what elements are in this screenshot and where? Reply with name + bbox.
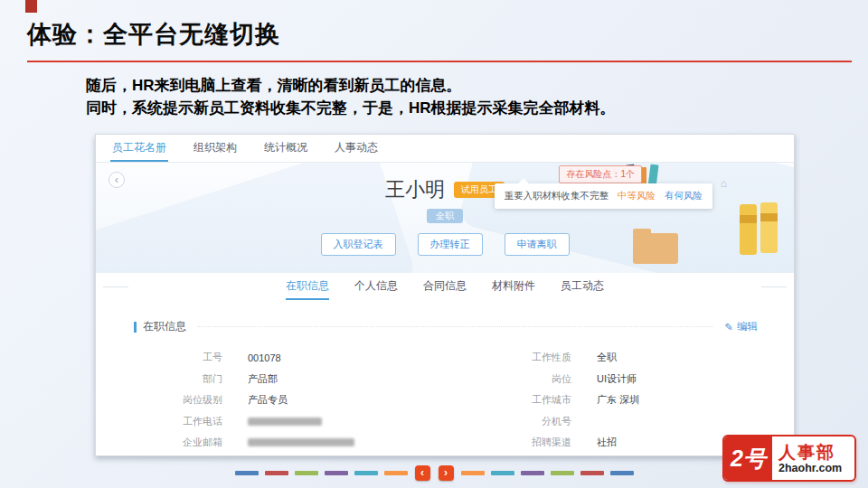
nav-tab-hr-activity[interactable]: 人事动态 xyxy=(333,135,380,162)
pager-dash xyxy=(384,471,408,475)
field-label: 岗位级别 xyxy=(96,393,222,407)
presentation-slide: 体验：全平台无缝切换 随后，HR来到电脑上查看，清晰的看到新员工的信息。 同时，… xyxy=(0,0,868,488)
tab-employee-activity[interactable]: 员工动态 xyxy=(561,273,604,300)
tab-personal-info[interactable]: 个人信息 xyxy=(354,273,398,300)
section-header: 在职信息 ✎ 编辑 xyxy=(134,319,758,334)
pager-dash xyxy=(325,471,348,475)
field-label: 企业邮箱 xyxy=(96,436,222,449)
risk-level-label: 中等风险 xyxy=(618,190,656,202)
field-value: 产品部 xyxy=(248,372,278,386)
edit-button[interactable]: ✎ 编辑 xyxy=(724,320,758,333)
body-line-1: 随后，HR来到电脑上查看，清晰的看到新员工的信息。 xyxy=(86,74,616,97)
pager-dash xyxy=(461,471,485,475)
employee-actions: 入职登记表 办理转正 申请离职 xyxy=(96,233,794,256)
logo-name: 人事部 xyxy=(778,443,854,462)
logo-badge: 2号 xyxy=(724,436,772,480)
field-label: 工作城市 xyxy=(445,393,571,407)
form-row: 工号 001078 xyxy=(96,347,445,369)
field-label: 工号 xyxy=(96,351,222,364)
employee-detail-tabs: 在职信息 个人信息 合同信息 材料附件 员工动态 xyxy=(96,273,794,300)
edit-icon: ✎ xyxy=(724,321,733,333)
section-title: 在职信息 xyxy=(143,319,186,334)
pager-dash xyxy=(265,471,288,475)
field-label: 岗位 xyxy=(445,372,571,386)
tab-material-attachments[interactable]: 材料附件 xyxy=(492,273,535,300)
pager-dash xyxy=(491,471,514,475)
tab-contract-info[interactable]: 合同信息 xyxy=(423,273,467,300)
slide-title: 体验：全平台无缝切换 xyxy=(27,18,280,51)
confirm-employment-button[interactable]: 办理转正 xyxy=(418,233,483,256)
risk-count-badge[interactable]: 存在风险点：1个 xyxy=(559,165,642,183)
edit-label: 编辑 xyxy=(737,320,758,333)
form-column-left: 工号 001078 部门 产品部 岗位级别 产品专员 工作电话 企业邮箱 xyxy=(96,347,445,454)
form-row: 工作城市 广东 深圳 xyxy=(445,389,794,411)
form-row: 岗位级别 产品专员 xyxy=(96,389,445,411)
form-row: 工作性质 全职 xyxy=(445,347,794,369)
pager-dash xyxy=(235,471,259,475)
pager-dash xyxy=(295,471,318,475)
pager-dash xyxy=(580,471,604,475)
logo-text-block: 人事部 2haohr.com xyxy=(772,436,854,480)
field-label: 工作性质 xyxy=(445,351,571,364)
home-icon: ⌂ xyxy=(721,177,727,190)
dotted-divider xyxy=(197,326,713,327)
employee-banner: ‹ ⌂ 王小明 试用员工 全职 入职登记表 办理转正 申请离职 存在风险点：1个… xyxy=(96,163,794,273)
form-row: 部门 产品部 xyxy=(96,369,445,390)
pager-dash xyxy=(354,471,378,475)
nav-tab-statistics[interactable]: 统计概况 xyxy=(262,135,309,162)
corner-accent-bar xyxy=(25,0,37,13)
pager-dash xyxy=(551,471,574,475)
nav-tab-employee-roster[interactable]: 员工花名册 xyxy=(110,135,168,162)
divider-line xyxy=(761,286,787,287)
section-accent-bar xyxy=(134,322,137,333)
field-label: 招聘渠道 xyxy=(445,436,571,449)
hr-app-screenshot: 员工花名册 组织架构 统计概况 人事动态 ‹ ⌂ 王小明 试用员工 xyxy=(95,134,795,456)
risk-detail-link[interactable]: 有何风险 xyxy=(665,190,703,202)
field-label: 部门 xyxy=(96,372,222,386)
employment-info-form: 工号 001078 部门 产品部 岗位级别 产品专员 工作电话 企业邮箱 xyxy=(96,347,794,454)
tab-employment-info[interactable]: 在职信息 xyxy=(286,273,329,300)
pager-dash xyxy=(521,471,544,475)
back-button[interactable]: ‹ xyxy=(108,172,125,188)
pager-dash xyxy=(610,471,634,475)
field-label: 工作电话 xyxy=(96,415,222,428)
company-logo: 2号 人事部 2haohr.com xyxy=(722,435,856,482)
previous-slide-button[interactable]: ‹ xyxy=(415,465,430,481)
next-slide-button[interactable]: › xyxy=(439,465,454,481)
field-label: 分机号 xyxy=(445,415,571,428)
title-divider xyxy=(27,61,852,62)
onboarding-form-button[interactable]: 入职登记表 xyxy=(321,233,396,256)
field-value: 产品专员 xyxy=(248,393,288,407)
field-value: 全职 xyxy=(597,351,617,364)
form-row: 分机号 xyxy=(445,411,794,433)
field-value: 社招 xyxy=(597,436,617,449)
slide-body-text: 随后，HR来到电脑上查看，清晰的看到新员工的信息。 同时，系统提示新员工资料收集… xyxy=(86,74,616,119)
divider-line xyxy=(103,286,128,287)
resignation-button[interactable]: 申请离职 xyxy=(505,233,570,256)
nav-tab-org-structure[interactable]: 组织架构 xyxy=(192,135,239,162)
field-value: 001078 xyxy=(248,352,281,363)
form-row: 工作电话 xyxy=(96,411,445,433)
app-nav-tabs: 员工花名册 组织架构 统计概况 人事动态 xyxy=(96,135,794,163)
risk-message: 重要入职材料收集不完整 xyxy=(505,190,609,202)
form-row: 企业邮箱 xyxy=(96,432,445,454)
employee-name: 王小明 xyxy=(385,176,445,203)
field-value: 广东 深圳 xyxy=(597,393,639,407)
employee-summary: 王小明 试用员工 全职 入职登记表 办理转正 申请离职 xyxy=(96,163,794,256)
field-value: UI设计师 xyxy=(597,372,637,386)
risk-popup: 重要入职材料收集不完整 中等风险 有何风险 xyxy=(495,183,713,209)
form-row: 岗位 UI设计师 xyxy=(445,369,794,390)
logo-domain: 2haohr.com xyxy=(778,462,854,474)
masked-value xyxy=(248,438,354,446)
masked-value xyxy=(248,418,322,426)
body-line-2: 同时，系统提示新员工资料收集不完整，于是，HR根据提示采集完全部材料。 xyxy=(86,97,616,119)
employment-type-badge: 全职 xyxy=(427,209,463,223)
